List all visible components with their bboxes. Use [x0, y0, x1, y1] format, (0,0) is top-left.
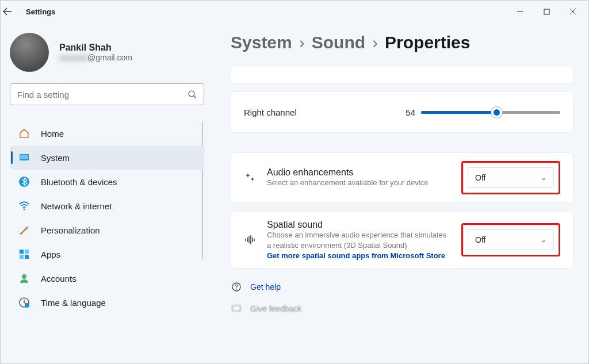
sidebar: Pankil Shah xxxxxxx@gmail.com Home Syste…	[1, 22, 213, 363]
audio-enhancements-card: Audio enhancements Select an enhancement…	[231, 152, 573, 203]
svg-point-12	[25, 303, 29, 308]
close-button[interactable]	[560, 2, 586, 21]
sidebar-item-home[interactable]: Home	[10, 121, 204, 145]
chevron-right-icon: ›	[372, 33, 378, 52]
breadcrumb-sound[interactable]: Sound	[312, 33, 365, 52]
help-links: Get help Give feedback	[231, 281, 573, 315]
svg-rect-7	[25, 250, 29, 254]
spatial-desc: Choose an immersive audio experience tha…	[267, 230, 451, 250]
sidebar-item-personalization[interactable]: Personalization	[10, 218, 204, 242]
svg-rect-9	[25, 255, 29, 259]
svg-rect-15	[232, 305, 240, 311]
spatial-value: Off	[475, 235, 485, 244]
arrow-left-icon	[3, 7, 12, 16]
sidebar-item-label: System	[41, 153, 70, 163]
sidebar-item-label: Home	[41, 129, 64, 139]
system-icon	[18, 151, 30, 164]
apps-icon	[18, 248, 30, 260]
chevron-right-icon: ›	[299, 33, 305, 52]
sparkle-icon	[244, 171, 257, 184]
breadcrumb: System › Sound › Properties	[231, 33, 573, 52]
chevron-down-icon: ⌄	[541, 174, 546, 182]
svg-rect-0	[544, 9, 549, 14]
get-help-link[interactable]: Get help	[231, 281, 573, 293]
user-name: Pankil Shah	[59, 43, 132, 53]
svg-point-1	[189, 91, 194, 97]
soundwave-icon	[244, 233, 257, 246]
search-box[interactable]	[10, 83, 204, 105]
bluetooth-icon	[18, 175, 30, 188]
breadcrumb-current: Properties	[385, 33, 470, 52]
right-channel-value: 54	[393, 108, 415, 117]
sidebar-item-label: Personalization	[41, 225, 100, 235]
sidebar-item-system[interactable]: System	[10, 145, 204, 170]
spatial-store-link[interactable]: Get more spatial sound apps from Microso…	[267, 251, 451, 260]
brush-icon	[18, 224, 30, 236]
svg-point-14	[236, 289, 237, 290]
sidebar-item-time-language[interactable]: Time & language	[10, 290, 204, 315]
search-input[interactable]	[17, 90, 188, 99]
svg-rect-3	[20, 155, 28, 159]
spatial-title: Spatial sound	[267, 220, 451, 230]
sidebar-item-label: Apps	[41, 250, 60, 259]
titlebar: Settings	[1, 1, 588, 22]
feedback-icon	[231, 303, 242, 315]
enhancements-title: Audio enhancements	[267, 167, 451, 178]
search-icon	[188, 90, 197, 99]
sidebar-item-accounts[interactable]: Accounts	[10, 266, 204, 290]
svg-point-10	[22, 274, 26, 279]
user-email: xxxxxxx@gmail.com	[59, 53, 132, 62]
maximize-icon	[544, 9, 550, 15]
nav-list: Home System Bluetooth & devices Network …	[10, 121, 204, 363]
svg-rect-8	[20, 255, 24, 259]
wifi-icon	[18, 200, 30, 212]
svg-rect-6	[20, 250, 24, 254]
sidebar-item-bluetooth[interactable]: Bluetooth & devices	[10, 170, 204, 194]
slider-thumb[interactable]	[491, 107, 502, 118]
give-feedback-label: Give feedback	[250, 304, 302, 313]
maximize-button[interactable]	[533, 2, 560, 21]
sidebar-item-label: Network & internet	[41, 201, 112, 211]
spatial-sound-card: Spatial sound Choose an immersive audio …	[231, 211, 573, 269]
close-icon	[569, 8, 576, 15]
right-channel-slider[interactable]	[421, 106, 560, 118]
spatial-highlight: Off ⌄	[461, 223, 560, 256]
get-help-label: Get help	[250, 282, 281, 292]
breadcrumb-system[interactable]: System	[231, 33, 292, 52]
back-button[interactable]	[3, 7, 26, 16]
right-channel-label: Right channel	[244, 108, 393, 117]
help-icon	[231, 281, 242, 293]
sidebar-item-label: Bluetooth & devices	[41, 177, 117, 187]
chevron-down-icon: ⌄	[541, 236, 546, 244]
enhancements-dropdown[interactable]: Off ⌄	[468, 167, 554, 188]
clock-icon	[18, 296, 30, 309]
sidebar-item-network[interactable]: Network & internet	[10, 194, 204, 218]
spatial-dropdown[interactable]: Off ⌄	[468, 229, 554, 250]
person-icon	[18, 272, 30, 285]
main-content: System › Sound › Properties Right channe…	[213, 22, 588, 363]
sidebar-item-label: Time & language	[41, 298, 106, 308]
user-card[interactable]: Pankil Shah xxxxxxx@gmail.com	[10, 33, 204, 72]
avatar	[10, 33, 49, 72]
enhancements-value: Off	[475, 173, 485, 182]
give-feedback-link[interactable]: Give feedback	[231, 303, 573, 315]
minimize-button[interactable]	[507, 2, 533, 21]
app-title: Settings	[26, 7, 55, 16]
channel-card: Right channel 54	[231, 91, 573, 133]
minimize-icon	[517, 8, 523, 15]
svg-point-5	[24, 209, 25, 210]
home-icon	[18, 127, 30, 140]
sidebar-item-label: Accounts	[41, 274, 77, 283]
enhancements-desc: Select an enhancement available for your…	[267, 178, 451, 188]
enhancements-highlight: Off ⌄	[461, 161, 560, 194]
sidebar-item-apps[interactable]: Apps	[10, 242, 204, 266]
channel-card-top-clip	[231, 67, 573, 83]
